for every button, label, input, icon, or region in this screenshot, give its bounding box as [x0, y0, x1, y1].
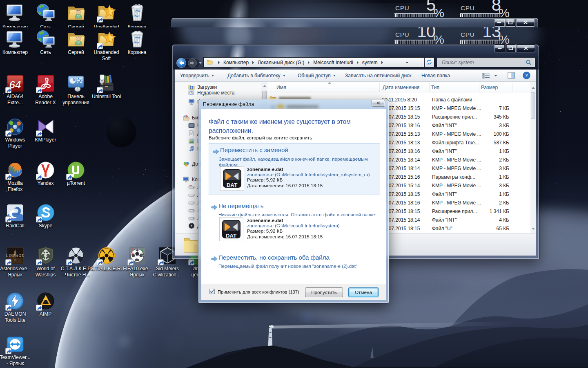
svg-text:LINEAGE: LINEAGE [6, 254, 24, 258]
svg-text:DAT: DAT [227, 182, 238, 188]
svg-text:DAT: DAT [226, 233, 237, 239]
svg-text:II: II [14, 258, 16, 261]
svg-text:?: ? [525, 72, 528, 79]
